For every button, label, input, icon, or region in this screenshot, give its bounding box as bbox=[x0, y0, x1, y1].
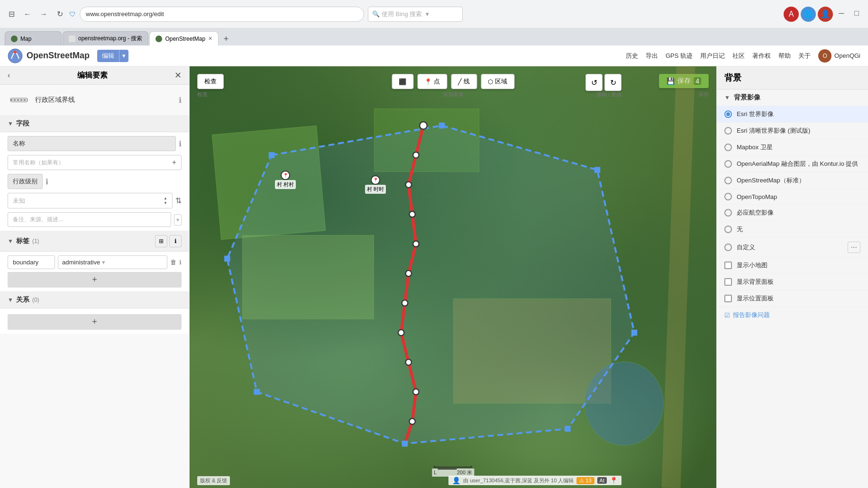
nav-history[interactable]: 历史 bbox=[626, 52, 638, 60]
bg-option-custom[interactable]: 自定义 ··· bbox=[717, 238, 868, 257]
maximize-btn[interactable]: □ bbox=[850, 7, 863, 20]
nav-community[interactable]: 社区 bbox=[732, 52, 745, 60]
tab-close-btn[interactable]: ✕ bbox=[208, 36, 212, 42]
add-relation-btn[interactable]: + bbox=[8, 314, 182, 330]
bnode-5 bbox=[565, 426, 570, 432]
tag-delete-btn[interactable]: 🗑 bbox=[170, 259, 176, 266]
select-arrows: ▲ ▼ bbox=[164, 196, 167, 205]
report-link-label: 报告影像问题 bbox=[733, 311, 770, 319]
address-bar[interactable]: www.openstreetmap.org/edit bbox=[80, 7, 364, 22]
name-label: 名称 bbox=[8, 136, 176, 151]
tab-search-label: openstreetmap.org - 搜索 bbox=[78, 35, 142, 43]
panel-back-btn[interactable]: ‹ bbox=[8, 71, 10, 80]
map-pin-1[interactable]: 📍 村 村村 bbox=[275, 171, 296, 189]
pin-1-label: 村 村村 bbox=[275, 180, 296, 189]
node-8 bbox=[398, 330, 404, 335]
tag-info-btn-row[interactable]: ℹ bbox=[179, 259, 182, 266]
report-imagery-link[interactable]: ☑ 报告影像问题 bbox=[717, 307, 868, 323]
fields-content: 名称 ℹ 常用名称（如果有） + 行政级别 ℹ 未知 bbox=[0, 132, 189, 231]
left-panel: ‹ 编辑要素 ✕ 行政区域界线 ℹ ▼ 字段 bbox=[0, 66, 190, 488]
minimize-btn[interactable]: ─ bbox=[835, 7, 848, 20]
osm-user[interactable]: O OpenQGi bbox=[818, 49, 860, 63]
custom-more-btn[interactable]: ··· bbox=[848, 242, 860, 253]
bg-option-openaerialmap[interactable]: OpenAerialMap 融合图层，由 Kontur.io 提供 bbox=[717, 156, 868, 172]
user-icon[interactable]: 👤 bbox=[818, 7, 833, 22]
node-1 bbox=[420, 122, 427, 129]
undo-btn[interactable]: ↺ bbox=[585, 74, 603, 91]
tag-info-btn[interactable]: ℹ bbox=[169, 235, 182, 247]
search-bar[interactable]: 🔍 使用 Bing 搜索 ▾ bbox=[368, 7, 463, 22]
bg-label-opentopomap: OpenTopoMap bbox=[737, 193, 777, 200]
browser-chrome: ⊟ ← → ↻ 🛡 www.openstreetmap.org/edit 🔍 使… bbox=[0, 0, 868, 28]
admin-level-select[interactable]: 未知 ▲ ▼ bbox=[8, 193, 173, 208]
add-line-btn[interactable]: ╱ 线 bbox=[451, 74, 477, 89]
extension-icon[interactable]: 🌐 bbox=[801, 7, 816, 22]
sidebar-toggle-btn[interactable]: ⊟ bbox=[5, 8, 18, 21]
edit-dropdown-btn[interactable]: ▾ bbox=[119, 50, 128, 62]
tag-key-boundary[interactable]: boundary bbox=[8, 255, 55, 269]
add-field-dropdown[interactable]: ▾ bbox=[174, 214, 182, 226]
nav-help[interactable]: 帮助 bbox=[778, 52, 791, 60]
bg-label-mapbox: Mapbox 卫星 bbox=[737, 143, 773, 152]
add-field-input[interactable]: 备注、来源、描述... bbox=[8, 212, 171, 227]
tab-osm-search[interactable]: openstreetmap.org - 搜索 bbox=[63, 31, 148, 45]
minimap-label: 显示小地图 bbox=[737, 261, 767, 270]
forward-btn[interactable]: → bbox=[37, 8, 50, 21]
check-map-btn[interactable]: 检查 bbox=[197, 74, 224, 89]
name-add-btn[interactable]: + bbox=[172, 158, 176, 167]
fields-section-header[interactable]: ▼ 字段 bbox=[0, 116, 189, 132]
admin-sort-btn[interactable]: ⇅ bbox=[175, 196, 182, 205]
name-input-row: 常用名称（如果有） + bbox=[8, 155, 182, 170]
bg-checkbox-location[interactable]: 显示位置面板 bbox=[717, 290, 868, 307]
add-tag-btn[interactable]: + bbox=[8, 272, 182, 288]
admin-level-value: 未知 bbox=[13, 197, 164, 205]
bg-radio-esri-world bbox=[724, 110, 732, 118]
redo-btn[interactable]: ↻ bbox=[604, 74, 621, 91]
user-label: OpenQGi bbox=[834, 52, 860, 59]
tab-map[interactable]: Map bbox=[5, 31, 62, 45]
nav-export[interactable]: 导出 bbox=[646, 52, 658, 60]
bg-radio-openaerialmap bbox=[724, 160, 732, 168]
fields-section-title: 字段 bbox=[16, 119, 29, 128]
map-pin-2[interactable]: 📍 村 时时 bbox=[365, 175, 386, 194]
bg-option-none[interactable]: 无 bbox=[717, 221, 868, 238]
tags-section-header[interactable]: ▼ 标签 (1) ⊞ ℹ bbox=[0, 231, 189, 252]
bg-option-opentopomap[interactable]: OpenTopoMap bbox=[717, 189, 868, 205]
admin-level-label: 行政级别 bbox=[8, 174, 43, 189]
bg-option-esri-clear[interactable]: Esri 清晰世界影像 (测试版) bbox=[717, 123, 868, 139]
name-info-btn[interactable]: ℹ bbox=[179, 139, 182, 148]
panel-close-btn[interactable]: ✕ bbox=[174, 70, 182, 81]
name-input[interactable]: 常用名称（如果有） + bbox=[8, 155, 182, 170]
bg-label-openaerialmap: OpenAerialMap 融合图层，由 Kontur.io 提供 bbox=[737, 160, 858, 168]
relations-section-header[interactable]: ▼ 关系 (0) bbox=[0, 292, 189, 308]
bg-option-bixing[interactable]: 必应航空影像 bbox=[717, 205, 868, 221]
bg-mode-btn[interactable]: ⬛ bbox=[392, 74, 413, 89]
tag-table-view-btn[interactable]: ⊞ bbox=[155, 235, 167, 247]
entity-info-btn[interactable]: ℹ bbox=[179, 96, 182, 105]
bg-checkbox-minimap[interactable]: 显示小地图 bbox=[717, 257, 868, 274]
edit-main-btn[interactable]: 编辑 bbox=[97, 50, 119, 62]
add-area-btn[interactable]: ⬡ 区域 bbox=[481, 74, 514, 89]
bg-option-mapbox[interactable]: Mapbox 卫星 bbox=[717, 139, 868, 156]
bg-label-esri-world: Esri 世界影像 bbox=[737, 110, 774, 118]
add-point-btn[interactable]: 📍 点 bbox=[417, 74, 447, 89]
svg-point-1 bbox=[14, 51, 17, 54]
nav-copyright[interactable]: 著作权 bbox=[752, 52, 771, 60]
admin-level-info-btn[interactable]: ℹ bbox=[46, 177, 48, 186]
bg-imagery-header[interactable]: ▼ 背景影像 bbox=[717, 90, 868, 106]
nav-diary[interactable]: 用户日记 bbox=[700, 52, 725, 60]
add-field-row: 备注、来源、描述... ▾ bbox=[8, 212, 182, 227]
editor-status-text: 由 user_7130456,蓝于茜,深蓝 及另外 10 人编辑 bbox=[463, 477, 574, 484]
map-area[interactable]: 📍 村 村村 📍 村 时时 检查 检查 ⬛ 📍 点 bbox=[190, 66, 716, 488]
tab-osm-active[interactable]: OpenStreetMap ✕ bbox=[149, 31, 219, 45]
tab-add-btn[interactable]: + bbox=[219, 32, 233, 45]
osm-logo[interactable]: OpenStreetMap bbox=[8, 48, 90, 63]
refresh-btn[interactable]: ↻ bbox=[53, 8, 66, 21]
nav-gps[interactable]: GPS 轨迹 bbox=[666, 52, 693, 60]
back-btn[interactable]: ← bbox=[21, 8, 34, 21]
acrobat-icon[interactable]: A bbox=[784, 7, 799, 22]
bg-option-openstreetmap[interactable]: OpenStreetMap（标准） bbox=[717, 172, 868, 189]
bg-option-esri-world[interactable]: Esri 世界影像 bbox=[717, 106, 868, 123]
nav-about[interactable]: 关于 bbox=[798, 52, 811, 60]
bg-checkbox-bg-panel[interactable]: 显示背景面板 bbox=[717, 274, 868, 290]
